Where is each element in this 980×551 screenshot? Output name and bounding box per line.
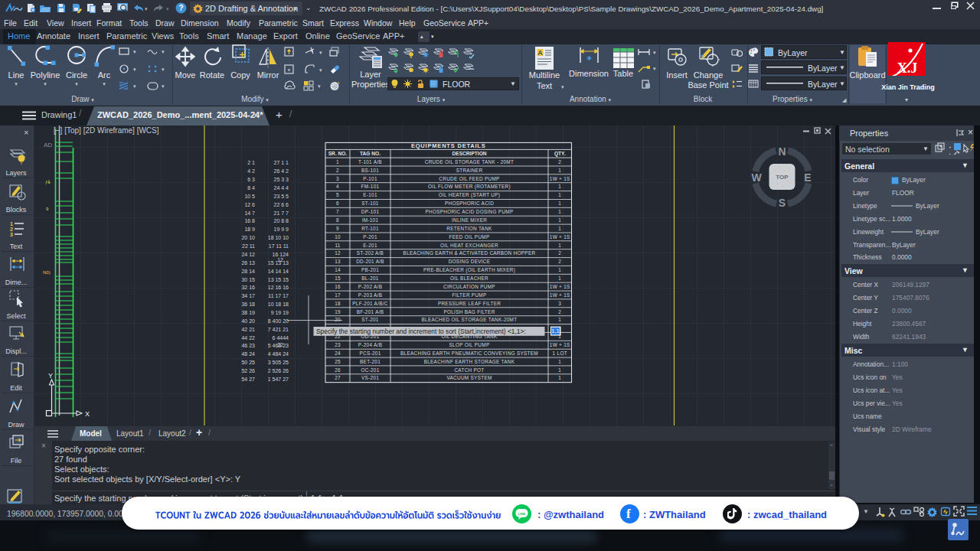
svg-text:LINE: LINE bbox=[518, 512, 525, 516]
